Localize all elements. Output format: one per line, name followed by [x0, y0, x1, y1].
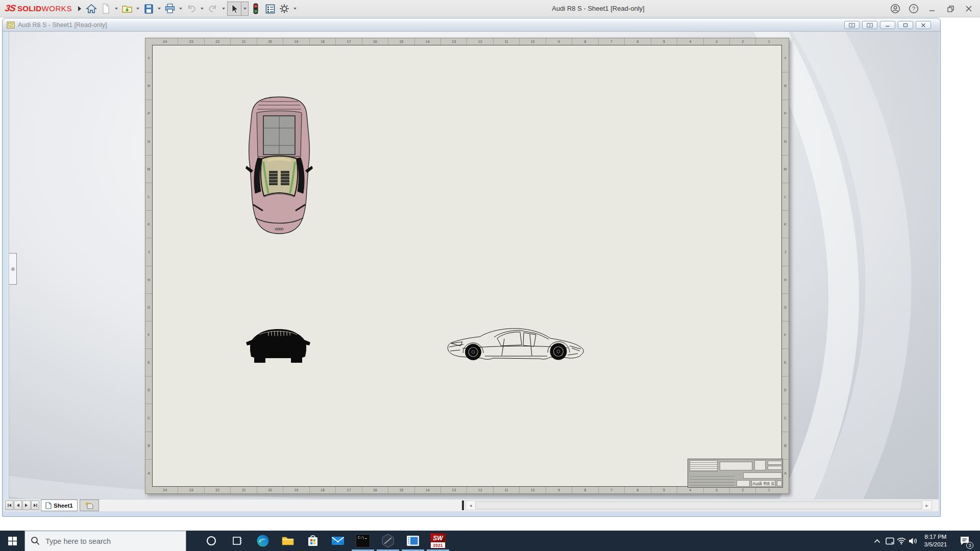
scroll-right-arrow-icon[interactable]: ▸	[922, 501, 932, 510]
taskbar-mail-button[interactable]	[326, 531, 350, 551]
drawing-sheet[interactable]: 242322212019181716151413121110987654321 …	[145, 38, 789, 494]
settings-dropdown[interactable]	[291, 2, 299, 16]
pane-splitter-handle[interactable]	[462, 500, 464, 510]
sheet-navigation	[5, 500, 39, 510]
zone-number: 11	[493, 38, 519, 45]
help-button[interactable]: ?	[904, 0, 923, 17]
3ds-logo-icon: 3S	[5, 3, 16, 14]
zone-letter: L	[782, 183, 789, 210]
tray-wifi-button[interactable]	[896, 531, 907, 551]
title-block-field-lines	[690, 473, 734, 487]
title-block: Audi R8 S	[688, 459, 783, 488]
doc-pane-right-button[interactable]	[862, 21, 877, 29]
last-sheet-icon	[33, 503, 38, 508]
action-center-button[interactable]: 3	[953, 531, 976, 551]
taskbar-file-explorer-button[interactable]	[276, 531, 300, 551]
title-block-cell	[768, 461, 782, 465]
scroll-left-arrow-icon[interactable]: ◂	[466, 501, 475, 510]
undo-button[interactable]	[184, 2, 199, 16]
drawing-view-top[interactable]	[245, 95, 313, 235]
cortana-icon	[206, 535, 217, 546]
tab-sheet1[interactable]: Sheet1	[41, 499, 78, 511]
redo-dropdown[interactable]	[220, 2, 227, 16]
pane-left-icon	[849, 23, 855, 28]
taskbar-media-app-button[interactable]	[401, 531, 425, 551]
zone-number: 19	[283, 38, 309, 45]
menu-flyout-arrow-icon[interactable]	[78, 6, 81, 11]
taskbar-search[interactable]	[24, 531, 186, 551]
graphics-area[interactable]: 242322212019181716151413121110987654321 …	[4, 32, 939, 499]
print-button[interactable]	[163, 2, 177, 16]
zone-number: 22	[204, 38, 230, 45]
zone-number: 7	[598, 487, 624, 493]
sheet-tab-label: Sheet1	[54, 503, 73, 509]
tray-display-button[interactable]	[884, 531, 896, 551]
file-explorer-icon	[281, 534, 295, 547]
rebuild-button[interactable]	[249, 2, 263, 16]
doc-pane-left-button[interactable]	[844, 21, 860, 29]
solidworks-2021-icon: SW 2021	[430, 533, 446, 548]
start-button[interactable]	[0, 531, 24, 551]
new-document-button[interactable]	[99, 2, 113, 16]
last-sheet-button[interactable]	[31, 500, 39, 510]
cortana-button[interactable]	[199, 531, 224, 551]
taskbar-hexagon-app-button[interactable]	[376, 531, 400, 551]
tray-clock[interactable]: 8:17 PM 3/5/2021	[919, 531, 952, 551]
feature-manager-expand-tab[interactable]	[9, 253, 17, 285]
zone-number: 24	[152, 487, 178, 493]
doc-restore-button[interactable]	[898, 21, 913, 29]
save-dropdown[interactable]	[156, 2, 163, 16]
new-document-dropdown[interactable]	[113, 2, 120, 16]
restore-icon	[947, 5, 954, 13]
doc-minimize-button[interactable]	[880, 21, 895, 29]
title-block-revision-table	[690, 460, 718, 471]
zone-numbers-top: 242322212019181716151413121110987654321	[152, 38, 782, 45]
tray-show-hidden-icons-button[interactable]	[871, 531, 883, 551]
search-input[interactable]	[24, 531, 186, 551]
doc-minimize-icon	[885, 23, 890, 28]
restore-button[interactable]	[941, 0, 960, 17]
doc-close-button[interactable]	[916, 21, 931, 29]
app-title: Audi R8 S - Sheet1 [Read-only]	[522, 5, 675, 12]
select-tool-dropdown[interactable]	[241, 2, 249, 16]
redo-button[interactable]	[206, 2, 220, 16]
help-icon: ?	[909, 4, 919, 14]
settings-button[interactable]	[277, 2, 291, 16]
open-button[interactable]	[120, 2, 134, 16]
feature-manager-collapsed-strip[interactable]	[4, 32, 9, 499]
tray-volume-button[interactable]	[907, 531, 919, 551]
zone-number: 14	[414, 38, 440, 45]
select-tool-button[interactable]	[227, 2, 241, 16]
zone-letter: F	[145, 321, 152, 348]
account-button[interactable]	[886, 0, 904, 17]
gear-icon	[279, 3, 290, 14]
drawing-view-front[interactable]	[245, 324, 311, 366]
document-caption-bar[interactable]: Audi R8 S - Sheet1 [Read-only]	[3, 18, 940, 32]
previous-sheet-button[interactable]	[14, 500, 22, 510]
zone-number: 6	[624, 487, 650, 493]
save-button[interactable]	[141, 2, 156, 16]
add-sheet-button[interactable]	[80, 499, 99, 511]
taskbar-solidworks-button[interactable]: SW 2021	[426, 531, 450, 551]
close-button[interactable]	[960, 0, 978, 17]
open-dropdown[interactable]	[134, 2, 141, 16]
scrollbar-thumb[interactable]	[475, 502, 922, 509]
zone-number: 8	[572, 38, 598, 45]
zone-letter: K	[782, 210, 789, 238]
minimize-button[interactable]	[923, 0, 941, 17]
home-button[interactable]	[84, 2, 99, 16]
options-list-button[interactable]	[263, 2, 277, 16]
zone-corner	[145, 38, 152, 45]
taskbar-edge-button[interactable]	[251, 531, 275, 551]
zone-letter: R	[782, 72, 789, 99]
zone-number: 15	[388, 38, 414, 45]
drawing-view-side[interactable]	[444, 327, 588, 364]
horizontal-scrollbar[interactable]: ◂ ▸	[465, 500, 932, 510]
first-sheet-button[interactable]	[5, 500, 13, 510]
taskbar-store-button[interactable]	[301, 531, 325, 551]
undo-dropdown[interactable]	[199, 2, 206, 16]
next-sheet-button[interactable]	[22, 500, 31, 510]
task-view-button[interactable]	[225, 531, 249, 551]
print-dropdown[interactable]	[177, 2, 184, 16]
taskbar-command-prompt-button[interactable]: C:\	[351, 531, 375, 551]
